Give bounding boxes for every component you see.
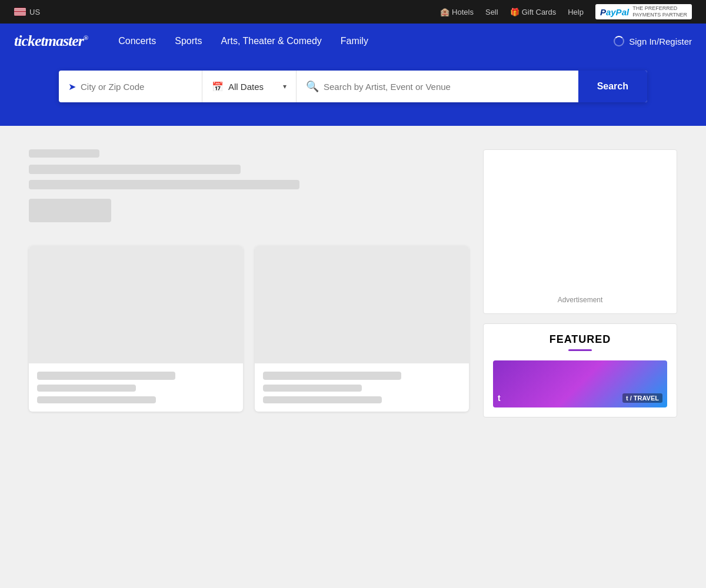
featured-box: FEATURED t t / TRAVEL	[483, 323, 677, 417]
card-skeleton-2	[37, 385, 136, 392]
nav-right: Sign In/Register	[614, 36, 692, 46]
search-section: ➤ 📅 All Dates ▾ 🔍 Search	[0, 59, 706, 126]
card-skeleton-5	[263, 385, 362, 392]
card-skeleton-4	[263, 372, 401, 380]
search-input[interactable]	[324, 82, 569, 92]
calendar-icon: 📅	[212, 81, 224, 92]
skeleton-button	[29, 199, 111, 222]
search-bar: ➤ 📅 All Dates ▾ 🔍 Search	[59, 71, 647, 102]
date-picker[interactable]: 📅 All Dates ▾	[202, 71, 297, 102]
search-icon: 🔍	[306, 80, 319, 93]
paypal-icon: PayPal	[600, 7, 629, 17]
location-icon: ➤	[68, 81, 76, 92]
content-left	[29, 149, 469, 423]
featured-title: FEATURED	[493, 333, 667, 346]
locale-section: US	[14, 8, 40, 16]
location-field[interactable]: ➤	[59, 71, 202, 102]
skeleton-line-1	[29, 149, 99, 158]
sign-in-button[interactable]: Sign In/Register	[614, 36, 692, 46]
search-button[interactable]: Search	[578, 71, 647, 102]
gift-card-icon: 🎁	[510, 8, 519, 16]
featured-t-logo: t	[498, 393, 501, 403]
nav-sports[interactable]: Sports	[168, 31, 209, 51]
help-link[interactable]: Help	[568, 8, 584, 16]
loading-header	[29, 149, 469, 222]
card-image-2	[255, 246, 469, 363]
top-bar: US 🏨 Hotels Sell 🎁 Gift Cards Help PayPa…	[0, 0, 706, 24]
hotels-icon: 🏨	[440, 8, 449, 16]
nav-family[interactable]: Family	[334, 31, 375, 51]
paypal-badge: PayPal THE PREFERRED PAYMENTS PARTNER	[595, 4, 692, 19]
featured-card-image[interactable]: t t / TRAVEL	[493, 360, 667, 407]
content-right: Advertisement FEATURED t t / TRAVEL	[483, 149, 677, 423]
search-query-field[interactable]: 🔍	[297, 71, 578, 102]
nav-concerts[interactable]: Concerts	[111, 31, 163, 51]
card-skeleton-6	[263, 396, 382, 403]
loading-spinner	[614, 36, 624, 46]
skeleton-line-2	[29, 165, 241, 174]
us-flag-icon	[14, 8, 26, 16]
card-image-1	[29, 246, 243, 363]
date-label: All Dates	[228, 82, 264, 92]
hotels-link[interactable]: 🏨 Hotels	[440, 8, 474, 16]
paypal-tagline: THE PREFERRED PAYMENTS PARTNER	[632, 5, 687, 18]
chevron-down-icon: ▾	[283, 82, 287, 91]
featured-underline	[568, 349, 592, 351]
event-card-2[interactable]	[255, 246, 469, 412]
gift-cards-link[interactable]: 🎁 Gift Cards	[510, 8, 557, 16]
card-skeleton-1	[37, 372, 175, 380]
locale-label: US	[29, 8, 40, 16]
card-skeleton-3	[37, 396, 156, 403]
top-nav: 🏨 Hotels Sell 🎁 Gift Cards Help PayPal T…	[440, 4, 692, 19]
main-nav: ticketmaster® Concerts Sports Arts, Thea…	[0, 24, 706, 59]
main-content: Advertisement FEATURED t t / TRAVEL	[15, 126, 691, 447]
nav-links: Concerts Sports Arts, Theater & Comedy F…	[111, 31, 614, 51]
ad-label: Advertisement	[493, 296, 667, 304]
event-cards	[29, 246, 469, 412]
event-card-1[interactable]	[29, 246, 243, 412]
card-body-2	[255, 363, 469, 412]
location-input[interactable]	[81, 82, 192, 92]
card-body-1	[29, 363, 243, 412]
skeleton-line-3	[29, 180, 299, 189]
nav-arts[interactable]: Arts, Theater & Comedy	[214, 31, 328, 51]
ad-box: Advertisement	[483, 149, 677, 314]
featured-card-label: t / TRAVEL	[622, 393, 662, 403]
site-logo[interactable]: ticketmaster®	[14, 32, 88, 50]
sell-link[interactable]: Sell	[485, 8, 498, 16]
